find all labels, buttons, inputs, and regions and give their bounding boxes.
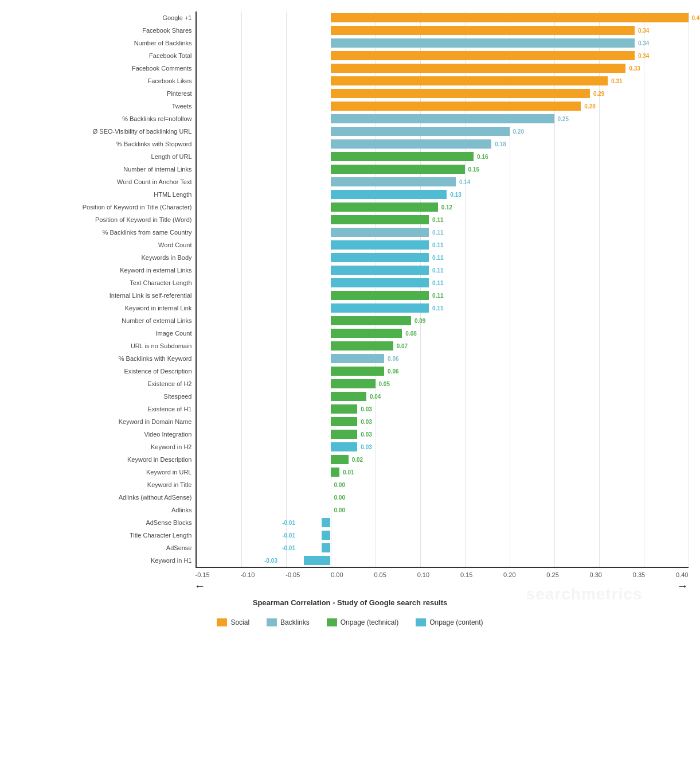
bar-value-10: 0.18 xyxy=(495,141,506,147)
legend-label-1: Backlinks xyxy=(280,618,310,626)
bar-label-38: Adlinks (without AdSense) xyxy=(12,491,195,504)
bar-value-outer-26: 0.07 xyxy=(393,340,408,352)
bar-row-27: 0.06 xyxy=(197,352,689,365)
bars-column: 0.400.340.340.340.330.310.290.280.250.20… xyxy=(195,11,689,567)
bar-21 xyxy=(331,278,429,287)
bar-row-0: 0.40 xyxy=(197,11,689,24)
bar-value-outer-38: 0.00 xyxy=(331,491,345,504)
bar-value-25: 0.08 xyxy=(405,330,416,337)
bar-row-7: 0.28 xyxy=(197,100,689,112)
bar-row-1: 0.34 xyxy=(197,24,689,37)
bar-value-31: 0.03 xyxy=(361,406,371,412)
bar-value-outer-32: 0.03 xyxy=(357,415,371,428)
bar-value-35: 0.02 xyxy=(352,457,363,463)
bar-label-40: AdSense Blocks xyxy=(12,516,195,529)
bar-value-outer-40: -0.01 xyxy=(280,516,297,529)
bar-label-26: URL is no Subdomain xyxy=(12,340,195,352)
bar-row-23: 0.11 xyxy=(197,302,689,314)
bar-label-34: Keyword in H2 xyxy=(12,441,195,453)
bar-value-outer-12: 0.15 xyxy=(465,163,479,176)
legend: SocialBacklinksOnpage (technical)Onpage … xyxy=(12,618,689,626)
bar-label-23: Keyword in internal Link xyxy=(12,302,195,314)
bar-41 xyxy=(322,531,331,540)
bar-value-outer-6: 0.29 xyxy=(590,87,604,100)
bar-value-outer-1: 0.34 xyxy=(635,24,649,37)
bar-row-6: 0.29 xyxy=(197,87,689,100)
bar-value-26: 0.07 xyxy=(397,343,408,349)
legend-label-0: Social xyxy=(230,618,249,626)
bar-26 xyxy=(331,341,393,350)
bar-17 xyxy=(331,228,429,237)
bar-value-42: -0.01 xyxy=(282,545,295,551)
bar-row-2: 0.34 xyxy=(197,37,689,49)
bar-label-1: Facebook Shares xyxy=(12,24,195,37)
bar-value-2: 0.34 xyxy=(638,40,649,46)
bar-label-9: Ø SEO-Visibility of backlinking URL xyxy=(12,125,195,138)
bar-row-28: 0.06 xyxy=(197,365,689,377)
bar-row-34: 0.03 xyxy=(197,441,689,453)
bar-28 xyxy=(331,367,385,376)
bar-value-37: 0.00 xyxy=(334,482,345,488)
bar-value-15: 0.12 xyxy=(441,204,452,211)
bar-14 xyxy=(331,190,447,199)
bar-row-29: 0.05 xyxy=(197,377,689,390)
bar-label-24: Number of external Links xyxy=(12,314,195,327)
bar-label-10: % Backlinks with Stopword xyxy=(12,138,195,150)
bar-value-39: 0.00 xyxy=(334,507,345,513)
x-tick-0.35: 0.35 xyxy=(633,571,645,578)
bar-row-10: 0.18 xyxy=(197,138,689,150)
bar-row-9: 0.20 xyxy=(197,125,689,138)
bar-value-21: 0.11 xyxy=(432,280,443,286)
bar-value-19: 0.11 xyxy=(432,255,443,261)
bar-value-outer-41: -0.01 xyxy=(280,529,297,542)
bar-value-outer-11: 0.16 xyxy=(474,150,488,163)
bar-value-3: 0.34 xyxy=(638,53,649,59)
bar-label-12: Number of internal Links xyxy=(12,163,195,176)
bar-label-27: % Backlinks with Keyword xyxy=(12,352,195,365)
bar-row-14: 0.13 xyxy=(197,188,689,201)
bar-31 xyxy=(331,404,358,414)
bar-value-outer-37: 0.00 xyxy=(331,478,345,491)
bar-value-outer-8: 0.25 xyxy=(554,112,569,125)
bar-row-4: 0.33 xyxy=(197,62,689,75)
x-tick--0.1: -0.10 xyxy=(240,571,255,578)
bar-row-36: 0.01 xyxy=(197,466,689,478)
bar-value-32: 0.03 xyxy=(361,419,371,425)
bar-11 xyxy=(331,152,474,161)
bar-row-31: 0.03 xyxy=(197,403,689,415)
bar-label-17: % Backlinks from same Country xyxy=(12,226,195,239)
x-tick-0.05: 0.05 xyxy=(374,571,386,578)
bar-row-42: -0.01 xyxy=(197,542,689,554)
bar-value-outer-42: -0.01 xyxy=(280,542,297,554)
bar-value-40: -0.01 xyxy=(282,520,295,526)
bar-label-18: Word Count xyxy=(12,239,195,251)
bar-value-5: 0.31 xyxy=(611,78,622,84)
bar-value-11: 0.16 xyxy=(477,154,488,160)
bar-row-32: 0.03 xyxy=(197,415,689,428)
bar-row-35: 0.02 xyxy=(197,453,689,466)
gridline-0.4 xyxy=(689,11,689,567)
bar-3 xyxy=(331,51,635,60)
x-tick-0.4: 0.40 xyxy=(676,571,688,578)
bar-value-outer-3: 0.34 xyxy=(635,49,649,62)
bar-value-outer-22: 0.11 xyxy=(429,289,443,302)
legend-label-3: Onpage (content) xyxy=(429,618,483,626)
bar-value-24: 0.09 xyxy=(414,318,425,324)
bar-value-outer-34: 0.03 xyxy=(357,441,371,453)
bar-label-11: Length of URL xyxy=(12,150,195,163)
bar-25 xyxy=(331,329,402,338)
bar-value-outer-27: 0.06 xyxy=(384,352,398,365)
bar-value-14: 0.13 xyxy=(450,192,461,198)
bar-13 xyxy=(331,177,456,186)
bar-33 xyxy=(331,430,358,439)
bar-value-36: 0.01 xyxy=(343,469,354,476)
bar-label-2: Number of Backlinks xyxy=(12,37,195,49)
bar-value-outer-33: 0.03 xyxy=(357,428,371,441)
bar-value-38: 0.00 xyxy=(334,494,345,501)
bar-value-outer-20: 0.11 xyxy=(429,264,443,276)
bar-label-19: Keywords in Body xyxy=(12,251,195,264)
bar-value-6: 0.29 xyxy=(593,91,604,97)
bar-row-5: 0.31 xyxy=(197,75,689,87)
legend-color-2 xyxy=(327,618,337,626)
bar-label-4: Facebook Comments xyxy=(12,62,195,75)
